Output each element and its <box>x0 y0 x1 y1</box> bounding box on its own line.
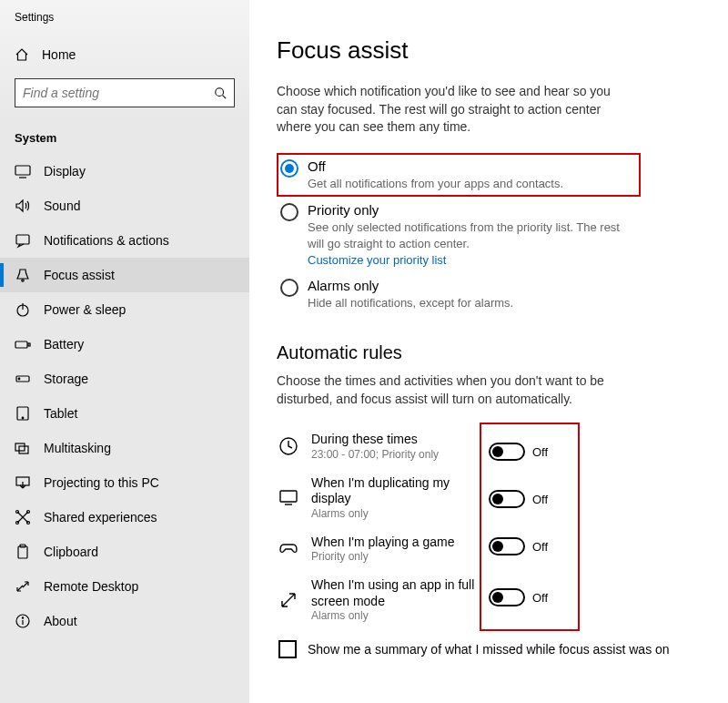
automatic-rules-desc: Choose the times and activities when you… <box>277 372 632 408</box>
toggle-switch-icon <box>489 588 525 606</box>
sidebar-item-display[interactable]: Display <box>0 154 249 188</box>
game-icon <box>278 538 298 558</box>
rule-sub: Priority only <box>311 550 480 563</box>
page-description: Choose which notification you'd like to … <box>277 83 632 137</box>
power-icon <box>15 301 31 318</box>
sidebar-item-tablet[interactable]: Tablet <box>0 396 249 431</box>
toggle-row: Off <box>487 475 572 523</box>
rule-during-times[interactable]: During these times 23:00 - 07:00; Priori… <box>277 424 481 468</box>
rule-duplicating-display[interactable]: When I'm duplicating my display Alarms o… <box>277 468 481 527</box>
tablet-icon <box>15 405 31 422</box>
sidebar-item-power-sleep[interactable]: Power & sleep <box>0 292 249 327</box>
checkbox-icon <box>278 640 297 658</box>
sidebar-item-sound[interactable]: Sound <box>0 188 249 223</box>
sidebar-item-notifications[interactable]: Notifications & actions <box>0 223 249 258</box>
svg-line-1 <box>223 96 227 99</box>
sidebar-item-storage[interactable]: Storage <box>0 362 249 396</box>
svg-rect-8 <box>15 341 27 348</box>
summary-checkbox-row[interactable]: Show me a summary of what I missed while… <box>277 629 701 669</box>
home-button[interactable]: Home <box>15 42 235 67</box>
sidebar-item-label: Remote Desktop <box>44 579 138 594</box>
summary-checkbox-label: Show me a summary of what I missed while… <box>308 642 670 657</box>
toggle-switch-icon <box>489 537 525 555</box>
svg-rect-4 <box>16 235 29 244</box>
radio-off-desc: Get all notifications from your apps and… <box>308 176 637 192</box>
sidebar-item-battery[interactable]: Battery <box>0 327 249 362</box>
storage-icon <box>15 371 31 387</box>
sidebar-item-projecting[interactable]: Projecting to this PC <box>0 465 249 500</box>
toggle-state: Off <box>532 540 548 554</box>
sidebar-item-label: About <box>44 614 77 628</box>
search-field[interactable] <box>15 78 235 107</box>
search-icon <box>214 87 227 99</box>
multitasking-icon <box>15 440 31 456</box>
rule-title: When I'm using an app in full screen mod… <box>311 577 480 609</box>
rule-playing-game[interactable]: When I'm playing a game Priority only <box>277 527 481 571</box>
svg-rect-29 <box>280 491 297 502</box>
rule-sub: Alarms only <box>311 609 480 622</box>
sidebar-item-clipboard[interactable]: Clipboard <box>0 535 249 569</box>
rule-title: During these times <box>311 432 480 448</box>
radio-priority-desc: See only selected notifications from the… <box>308 219 637 251</box>
home-label: Home <box>42 47 76 62</box>
rules-list: During these times 23:00 - 07:00; Priori… <box>277 424 481 629</box>
radio-alarms-only[interactable]: Alarms only Hide all notifications, exce… <box>277 272 641 317</box>
search-input[interactable] <box>23 86 214 100</box>
customize-priority-link[interactable]: Customize your priority list <box>308 253 637 267</box>
toggle-state: Off <box>532 591 548 605</box>
radio-priority-only[interactable]: Priority only See only selected notifica… <box>277 197 641 272</box>
toggle-fullscreen-app[interactable]: Off <box>489 588 571 606</box>
radio-button-icon <box>280 203 298 221</box>
toggle-playing-game[interactable]: Off <box>489 537 571 555</box>
sidebar-item-about[interactable]: About <box>0 604 249 638</box>
toggle-row: Off <box>487 570 572 625</box>
toggle-row: Off <box>487 428 572 475</box>
sidebar-item-label: Projecting to this PC <box>44 475 159 490</box>
toggle-row: Off <box>487 523 572 570</box>
nav: Display Sound Notifications & actions Fo… <box>0 154 249 703</box>
sidebar-item-label: Sound <box>44 199 80 213</box>
automatic-rules-header: Automatic rules <box>277 342 701 363</box>
sidebar-item-label: Power & sleep <box>44 302 126 317</box>
battery-icon <box>15 336 31 352</box>
sidebar-header: Settings Home <box>0 0 249 124</box>
rule-title: When I'm playing a game <box>311 535 480 551</box>
rule-sub: 23:00 - 07:00; Priority only <box>311 448 480 461</box>
about-icon <box>15 613 31 629</box>
page-title: Focus assist <box>277 36 701 65</box>
sidebar-item-label: Focus assist <box>44 268 115 282</box>
rule-fullscreen-app[interactable]: When I'm using an app in full screen mod… <box>277 570 481 629</box>
sound-icon <box>15 198 31 214</box>
sidebar-item-shared-experiences[interactable]: Shared experiences <box>0 500 249 535</box>
focus-mode-radio-group: Off Get all notifications from your apps… <box>277 153 701 317</box>
sidebar: Settings Home System Display Sound Notif… <box>0 0 249 703</box>
svg-rect-2 <box>15 166 30 175</box>
sidebar-item-label: Display <box>44 164 86 178</box>
rule-title: When I'm duplicating my display <box>311 475 480 507</box>
clock-icon <box>278 436 298 456</box>
main-content: Focus assist Choose which notification y… <box>249 0 728 703</box>
sidebar-item-remote-desktop[interactable]: Remote Desktop <box>0 569 249 604</box>
toggle-switch-icon <box>489 443 525 461</box>
toggle-duplicating-display[interactable]: Off <box>489 490 571 508</box>
radio-button-icon <box>280 279 298 297</box>
svg-rect-14 <box>15 443 25 451</box>
rule-sub: Alarms only <box>311 507 480 520</box>
radio-off[interactable]: Off Get all notifications from your apps… <box>277 153 641 198</box>
sidebar-item-label: Multitasking <box>44 441 111 455</box>
sidebar-item-label: Clipboard <box>44 545 98 559</box>
toggle-state: Off <box>532 445 548 459</box>
toggle-state: Off <box>532 493 548 506</box>
sidebar-item-label: Storage <box>44 372 88 386</box>
display-icon <box>15 163 31 179</box>
fullscreen-icon <box>278 590 298 610</box>
sidebar-item-label: Tablet <box>44 406 77 421</box>
display-icon <box>278 487 298 507</box>
toggle-during-times[interactable]: Off <box>489 443 571 461</box>
home-icon <box>15 47 29 62</box>
shared-icon <box>15 509 31 525</box>
svg-rect-23 <box>18 546 27 558</box>
sidebar-item-focus-assist[interactable]: Focus assist <box>0 258 249 292</box>
sidebar-item-multitasking[interactable]: Multitasking <box>0 431 249 465</box>
sidebar-item-label: Notifications & actions <box>44 233 169 248</box>
